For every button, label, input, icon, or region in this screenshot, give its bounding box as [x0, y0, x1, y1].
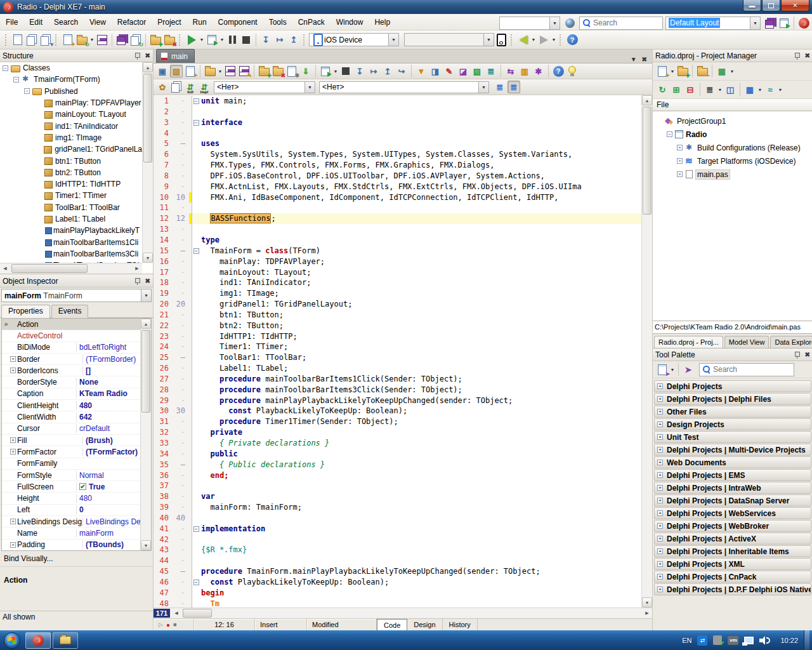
- structure-tree-item[interactable]: Label1: TLabel: [0, 213, 142, 225]
- set-debug-desktop-button[interactable]: [778, 17, 790, 29]
- editor-help-button[interactable]: [552, 65, 565, 77]
- trace-into-button[interactable]: ↧: [259, 34, 272, 46]
- run-to-cursor-button[interactable]: ↥: [381, 65, 394, 77]
- palette-category[interactable]: +Delphi Projects | WebServices: [654, 507, 811, 519]
- tree-expander-icon[interactable]: +: [677, 171, 683, 177]
- code-line[interactable]: 9· FMX.ActnList, FMX.Layouts, FMX.StdCtr…: [154, 182, 641, 192]
- tree-expander-icon[interactable]: −: [24, 88, 30, 94]
- pm-tab[interactable]: Model View: [724, 336, 769, 348]
- structure-close-icon[interactable]: ✖: [145, 52, 150, 59]
- expand-icon[interactable]: +: [657, 523, 663, 529]
- property-row[interactable]: CursorcrDefault: [2, 423, 151, 435]
- expand-icon[interactable]: +: [657, 536, 663, 541]
- open-file-button[interactable]: [204, 65, 216, 77]
- editor-hscrollbar[interactable]: 171 ◀ ▶: [154, 607, 652, 618]
- new-file-button[interactable]: [11, 34, 24, 46]
- pm-new-button-dropdown[interactable]: ▼: [669, 69, 676, 74]
- code-line[interactable]: 1010 FMX.Ani, IdBaseComponent, IdCompone…: [154, 192, 641, 203]
- palette-category[interactable]: +Design Projects: [654, 418, 811, 430]
- pm-build-config-button[interactable]: ▦: [743, 83, 756, 96]
- menu-file[interactable]: File: [0, 15, 23, 29]
- expand-icon[interactable]: +: [657, 587, 663, 592]
- structure-tree-item[interactable]: btn2: TButton: [0, 167, 142, 178]
- structure-tree-item[interactable]: mainToolbarBarItems3Cli: [0, 248, 142, 260]
- property-row[interactable]: BiDiModebdLeftToRight: [2, 342, 151, 354]
- code-line[interactable]: 4040: [154, 513, 641, 524]
- view-tab-code[interactable]: Code: [377, 619, 407, 630]
- open-button-dropdown[interactable]: ▼: [89, 37, 95, 42]
- expand-icon[interactable]: +: [10, 542, 16, 548]
- pm-remove-button[interactable]: −: [696, 65, 709, 77]
- interface-nav-dropdown[interactable]: ▼: [304, 82, 315, 93]
- expand-icon[interactable]: +: [10, 368, 16, 373]
- scroll-up-icon[interactable]: ▲: [642, 95, 652, 105]
- palette-category[interactable]: +Delphi Projects | Multi-Device Projects: [654, 444, 811, 456]
- structure-vscrollbar[interactable]: ▲ ▼: [142, 62, 153, 263]
- pm-new-button[interactable]: ✦: [656, 65, 669, 77]
- fold-collapse-icon[interactable]: −: [193, 248, 199, 254]
- scroll-right-icon[interactable]: ▶: [132, 264, 142, 273]
- palette-search-box[interactable]: [699, 363, 794, 376]
- project-manager-close-icon[interactable]: ✖: [805, 52, 810, 59]
- editor-tab-main[interactable]: main: [156, 49, 195, 63]
- expand-icon[interactable]: +: [657, 498, 663, 503]
- structure-tree-item[interactable]: IdHTTP1: TIdHTTP: [0, 178, 142, 190]
- save-button[interactable]: [96, 34, 108, 46]
- pm-platforms-button[interactable]: ≈: [764, 83, 776, 96]
- fold-collapse-icon[interactable]: −: [193, 120, 199, 126]
- code-line[interactable]: 1212 BASSFunctions;: [154, 213, 641, 224]
- property-row[interactable]: FormFamily: [2, 458, 151, 470]
- add-to-project-button[interactable]: ✚: [258, 65, 270, 77]
- menu-search[interactable]: Search: [48, 15, 84, 29]
- editor-close-icon[interactable]: ✖: [642, 56, 647, 63]
- property-row[interactable]: Left0: [2, 505, 151, 516]
- new-window-button[interactable]: [25, 34, 38, 46]
- property-row[interactable]: ClientHeight480: [2, 400, 151, 411]
- cnpack-sphere-button[interactable]: [563, 17, 576, 29]
- install-package-button[interactable]: ⇓: [299, 65, 312, 77]
- property-row[interactable]: FullScreen✔True: [2, 481, 151, 493]
- project-tree-item[interactable]: −Radio: [653, 128, 812, 141]
- expand-icon[interactable]: +: [657, 485, 663, 491]
- code-line[interactable]: 27· procedure mainToolbarBarItems1Click(…: [154, 374, 641, 385]
- checkbox-icon[interactable]: ✔: [79, 483, 86, 490]
- navigate-back-button[interactable]: [517, 34, 530, 46]
- code-line[interactable]: 23· IdHTTP1: TIdHTTP;: [154, 331, 641, 342]
- menu-help[interactable]: Help: [369, 15, 396, 29]
- embarcadero-help-button[interactable]: [797, 17, 810, 29]
- taskbar-explorer-button[interactable]: [53, 632, 78, 649]
- editor-hscroll-thumb[interactable]: [183, 609, 212, 618]
- expand-icon[interactable]: +: [657, 434, 663, 440]
- menu-edit[interactable]: Edit: [23, 15, 48, 29]
- code-line[interactable]: 32· private: [154, 427, 641, 438]
- desktop-layout-dropdown[interactable]: ▼: [750, 17, 760, 29]
- palette-category[interactable]: +Unit Test: [654, 431, 811, 443]
- structure-tree-item[interactable]: −Published: [0, 86, 142, 97]
- code-line[interactable]: 17· mainLoyout: TLayout;: [154, 267, 641, 278]
- palette-category[interactable]: +Delphi Projects | XML: [654, 558, 811, 570]
- run-button[interactable]: [185, 34, 198, 46]
- palette-category[interactable]: +Delphi Projects | EMS: [654, 469, 811, 481]
- structure-hscroll-thumb[interactable]: [11, 264, 88, 273]
- code-line[interactable]: 39· mainForm: TmainForm;: [154, 502, 641, 513]
- editor-vscroll-thumb[interactable]: [643, 107, 652, 215]
- code-line[interactable]: 14·type: [154, 235, 641, 246]
- property-row[interactable]: ClientWidth642: [2, 411, 151, 423]
- code-line[interactable]: 2020 gridPanel1: TGridPanelLayout;: [154, 299, 641, 310]
- expand-icon[interactable]: +: [657, 396, 663, 402]
- code-line[interactable]: 24· Timer1: TTimer;: [154, 342, 641, 352]
- property-row[interactable]: »Action: [2, 319, 151, 330]
- tool-palette-close-icon[interactable]: ✖: [805, 351, 810, 358]
- expand-icon[interactable]: +: [657, 383, 663, 389]
- toggle-form-unit-button[interactable]: ▨: [170, 65, 183, 77]
- expand-icon[interactable]: +: [10, 356, 16, 362]
- menu-tools[interactable]: Tools: [263, 15, 292, 29]
- code-line[interactable]: 19· img1: TImage;: [154, 288, 641, 299]
- pin-icon[interactable]: [794, 351, 800, 359]
- maximize-button[interactable]: [762, 0, 780, 11]
- vmware-icon[interactable]: vm: [728, 636, 738, 645]
- code-line[interactable]: 1·−unit main;: [154, 96, 641, 107]
- cnpack-list-button[interactable]: ▼: [415, 65, 428, 77]
- pm-sort-button-dropdown[interactable]: ▼: [717, 88, 723, 92]
- structure-tree-item[interactable]: btn1: TButton: [0, 155, 142, 166]
